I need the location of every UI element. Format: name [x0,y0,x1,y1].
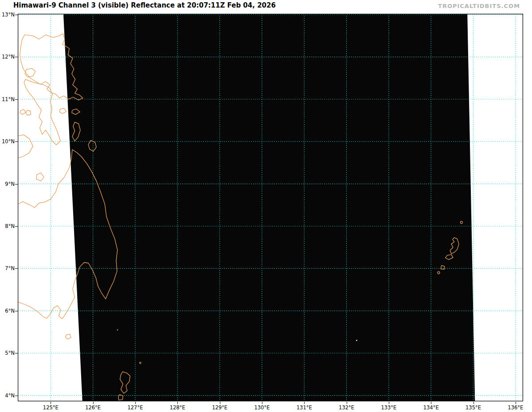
lon-tick-label: 132°E [334,404,359,411]
lon-tick [177,402,178,404]
map-plot-area [18,14,523,401]
lat-tick [15,311,18,311]
lon-tick-label: 130°E [250,404,274,411]
lat-tick [15,99,18,100]
lon-tick-label: 135°E [461,404,486,411]
lon-tick-label: 134°E [419,404,443,411]
lat-tick-label: 7°N [0,265,15,271]
lat-tick [15,141,18,142]
lat-tick-label: 6°N [0,308,15,314]
satellite-image-page: Himawari-9 Channel 3 (visible) Reflectan… [0,0,532,412]
lon-tick [473,402,474,404]
lon-tick [516,402,516,404]
satellite-swath [63,14,475,401]
lat-tick-label: 11°N [0,96,15,102]
lon-tick [431,402,431,404]
island-dot-helen-reef-speck [356,340,357,341]
lat-tick-label: 9°N [0,181,15,187]
lon-tick [220,402,220,404]
lat-tick-label: 13°N [0,12,15,18]
lon-tick-label: 131°E [292,404,317,411]
lat-tick [15,57,18,57]
lon-tick [135,402,136,404]
lat-tick [15,396,18,396]
lon-tick-label: 125°E [38,404,63,411]
lon-tick [347,402,347,404]
lon-tick-label: 129°E [207,404,232,411]
lat-tick-label: 8°N [0,223,15,229]
lon-tick-label: 136°E [503,404,528,411]
satellite-map-canvas [18,14,523,401]
lon-tick [93,402,94,404]
lat-tick-label: 10°N [0,138,15,145]
lon-tick-label: 133°E [376,404,401,411]
island-dot-miangas-island [117,329,118,330]
lat-tick [15,184,18,184]
lat-tick-label: 12°N [0,54,15,60]
site-watermark: TROPICALTIDBITS.COM [438,3,520,9]
lat-tick [15,15,18,15]
lat-tick-label: 5°N [0,350,15,356]
lon-tick-label: 127°E [123,404,148,411]
lon-tick [51,402,51,404]
lon-tick [304,402,305,404]
lon-tick-label: 128°E [165,404,190,411]
lon-tick-label: 126°E [81,404,106,411]
lat-tick [15,353,18,353]
lat-tick-label: 4°N [0,392,15,399]
lat-tick [15,268,18,269]
lon-tick [389,402,389,404]
lat-tick [15,226,18,227]
page-title: Himawari-9 Channel 3 (visible) Reflectan… [13,1,276,9]
lon-tick [262,402,262,404]
